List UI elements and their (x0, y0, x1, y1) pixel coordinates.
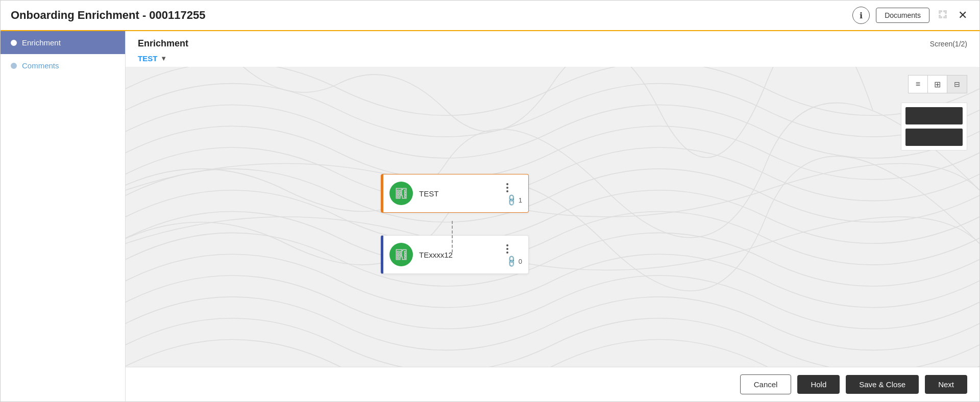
menu-dot (506, 183, 508, 185)
node-texxxx12-link: 🔗 0 (506, 257, 522, 266)
node-test-icon (389, 182, 413, 205)
building-icon-texxxx12 (395, 248, 408, 261)
close-button[interactable]: ✕ (956, 7, 969, 24)
right-panel-item-1 (905, 107, 963, 124)
topo-background: path{fill:none;stroke:#ccc;stroke-width:… (126, 67, 979, 367)
next-button[interactable]: Next (925, 375, 967, 394)
info-button[interactable]: ℹ (852, 7, 870, 24)
save-close-button[interactable]: Save & Close (846, 375, 919, 394)
documents-button[interactable]: Documents (876, 8, 929, 23)
right-panel (901, 103, 967, 150)
sidebar-dot-comments (11, 63, 17, 69)
sub-header-label: TEST (138, 54, 157, 63)
menu-dot (506, 244, 508, 246)
expand-icon (938, 9, 948, 19)
sidebar-label-enrichment: Enrichment (22, 38, 61, 47)
header: Onboarding Enrichment - 000117255 ℹ Docu… (1, 1, 979, 31)
node-texxxx12-icon (389, 243, 413, 266)
node-texxxx12[interactable]: TExxxx12 🔗 0 (381, 235, 529, 274)
list-view-button[interactable]: ≡ (909, 76, 928, 93)
grid-icon: ⊞ (934, 80, 941, 89)
grid-view-button[interactable]: ⊞ (928, 76, 947, 93)
main-content: Enrichment Screen(1/2) TEST ▼ path{fill:… (126, 31, 979, 401)
menu-dot (506, 248, 508, 250)
node-texxxx12-menu[interactable] (506, 243, 508, 254)
node-test-menu[interactable] (506, 182, 508, 192)
menu-dot (506, 252, 508, 254)
body-container: Enrichment Comments Enrichment Screen(1/… (1, 31, 979, 401)
sidebar-dot-enrichment (11, 40, 17, 46)
menu-dot (506, 190, 508, 192)
node-texxxx12-label: TExxxx12 (419, 250, 500, 259)
view-toggles: ≡ ⊞ ⊟ (908, 75, 967, 93)
footer: Cancel Hold Save & Close Next (126, 367, 979, 401)
sidebar-item-enrichment[interactable]: Enrichment (1, 31, 125, 54)
node-test-link: 🔗 1 (506, 195, 522, 205)
screen-indicator: Screen(1/2) (930, 40, 967, 48)
node-test-label: TEST (419, 189, 500, 198)
diagram-view-button[interactable]: ⊟ (947, 76, 967, 93)
sidebar: Enrichment Comments (1, 31, 126, 401)
list-icon: ≡ (916, 80, 920, 89)
hold-button[interactable]: Hold (797, 375, 840, 394)
dropdown-arrow[interactable]: ▼ (160, 55, 167, 62)
expand-button[interactable] (936, 7, 950, 24)
canvas-area: path{fill:none;stroke:#ccc;stroke-width:… (126, 67, 979, 367)
page-title: Onboarding Enrichment - 000117255 (11, 9, 205, 22)
close-icon: ✕ (958, 9, 967, 21)
sidebar-item-comments[interactable]: Comments (1, 54, 125, 77)
main-container: Onboarding Enrichment - 000117255 ℹ Docu… (0, 0, 980, 402)
cancel-button[interactable]: Cancel (740, 374, 792, 394)
node-texxxx12-link-count: 0 (519, 258, 522, 265)
node-test[interactable]: TEST 🔗 1 (381, 174, 529, 213)
building-icon-test (395, 187, 408, 200)
content-sub-header: TEST ▼ (126, 52, 979, 67)
menu-dot (506, 187, 508, 189)
content-header: Enrichment Screen(1/2) (126, 31, 979, 52)
header-actions: ℹ Documents ✕ (852, 7, 969, 24)
diagram-icon: ⊟ (954, 80, 960, 88)
node-test-link-count: 1 (519, 196, 522, 204)
info-icon: ℹ (860, 11, 863, 20)
connector-line (452, 221, 453, 253)
content-title: Enrichment (138, 38, 188, 49)
right-panel-item-2 (905, 129, 963, 146)
sidebar-label-comments: Comments (22, 61, 59, 70)
